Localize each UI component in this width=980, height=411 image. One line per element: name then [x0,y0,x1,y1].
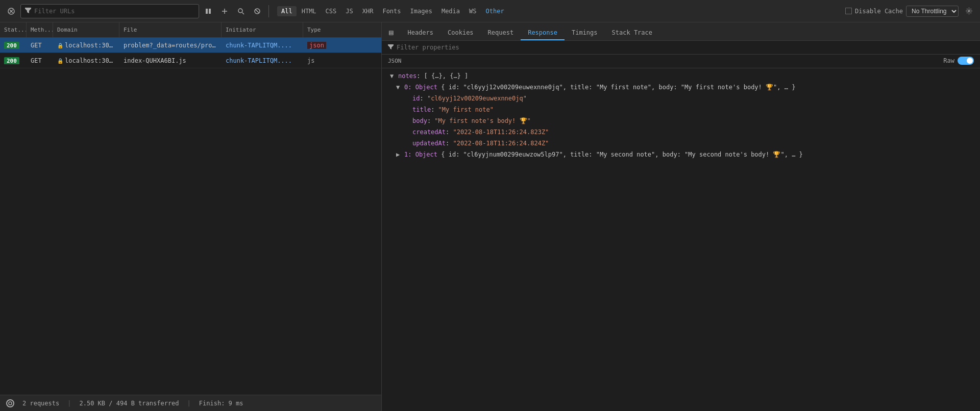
table-header: Stat... Meth... Domain File Initiator Ty… [0,22,381,38]
finish-time: Finish: 9 ms [199,400,243,407]
filter-urls-container [20,4,199,18]
table-row[interactable]: 200 GET 🔒localhost:3000 index-QUHXA6BI.j… [0,53,381,68]
filter-tab-fonts[interactable]: Fonts [378,6,405,16]
cell-status: 200 [0,57,27,64]
tab-timings[interactable]: Timings [565,26,605,40]
filter-tab-other[interactable]: Other [481,6,508,16]
filter-urls-input[interactable] [34,8,194,15]
col-header-file[interactable]: File [119,22,222,37]
col-header-type[interactable]: Type [303,22,339,37]
filter-properties-icon [388,44,394,51]
filter-type-tabs: All HTML CSS JS XHR Fonts Images Media W… [277,6,508,16]
clear-button[interactable] [4,4,18,18]
col-header-initiator[interactable]: Initiator [222,22,303,37]
raw-label: Raw [943,57,954,64]
json-field-createdat: createdAt : "2022-08-18T11:26:24.823Z" [388,126,974,138]
cell-file: problem?_data=routes/probler [119,42,222,49]
json-response-viewer: ▼ notes : [ {…}, {…} ] ▼ 0: Object { id:… [382,68,980,162]
json-field-id: id : "cl6yyj12v00209euwexnne0jq" [388,93,974,104]
filter-properties-input[interactable] [397,44,475,51]
svg-line-10 [255,9,259,13]
col-header-status[interactable]: Stat... [0,22,27,37]
loading-dot [6,399,14,407]
add-filter-button[interactable] [217,4,232,18]
svg-rect-3 [206,9,208,14]
cell-initiator: chunk-TAPLITQM.... [222,57,303,64]
filter-icon [25,7,31,15]
toggle-knob [967,58,973,64]
filter-tab-js[interactable]: JS [341,6,357,16]
json-item1-line: ▶ 1: Object { id: "cl6yyjnum00299euwzow5… [388,149,974,160]
cell-status: 200 [0,42,27,49]
filter-tab-ws[interactable]: WS [465,6,480,16]
transfer-size: 2.50 KB / 494 B transferred [79,400,179,407]
filter-tab-all[interactable]: All [277,6,297,16]
main-area: Stat... Meth... Domain File Initiator Ty… [0,22,980,411]
raw-switch[interactable] [958,57,974,65]
filter-tab-css[interactable]: CSS [322,6,341,16]
network-requests-panel: Stat... Meth... Domain File Initiator Ty… [0,22,382,411]
block-button[interactable] [250,4,264,18]
tab-icon[interactable]: ▤ [382,25,400,40]
disable-cache-toggle[interactable]: Disable Cache [845,8,903,15]
json-field-updatedat: updatedAt : "2022-08-18T11:26:24.824Z" [388,138,974,149]
response-panel: ▤ Headers Cookies Request Response Timin… [382,22,980,411]
table-row[interactable]: 200 GET 🔒localhost:3000 problem?_data=ro… [0,38,381,53]
cell-type: js [303,57,339,64]
tab-headers[interactable]: Headers [400,26,440,40]
filter-tab-images[interactable]: Images [406,6,436,16]
cell-domain: 🔒localhost:3000 [53,57,119,64]
pause-recording-button[interactable] [201,4,215,18]
json-type-text: JSON [388,58,402,64]
lock-icon: 🔒 [57,43,63,48]
throttling-select[interactable]: No Throttling [906,6,959,17]
search-button[interactable] [234,4,248,18]
right-panel-content: JSON Raw ▼ notes : [ {…}, {…} ] [382,41,980,411]
col-header-domain[interactable]: Domain [53,22,119,37]
disable-cache-checkbox[interactable] [845,8,852,14]
requests-count: 2 requests [22,400,59,407]
filter-tab-media[interactable]: Media [437,6,464,16]
json-field-body: body : "My first note's body! 🏆" [388,115,974,126]
cell-method: GET [27,42,53,49]
filter-tab-html[interactable]: HTML [298,6,321,16]
network-toolbar: All HTML CSS JS XHR Fonts Images Media W… [0,0,980,22]
toolbar-right: Disable Cache No Throttling [845,4,976,18]
json-item0-line: ▼ 0: Object { id: "cl6yyj12v00209euwexnn… [388,82,974,93]
json-root-line: ▼ notes : [ {…}, {…} ] [388,70,974,82]
status-separator-2: | [187,400,191,407]
json-collapse-root[interactable]: ▼ [390,70,396,82]
cell-type: json [303,42,339,49]
status-separator-1: | [67,400,71,407]
settings-button[interactable] [962,4,976,18]
svg-point-7 [238,9,242,13]
filter-tab-xhr[interactable]: XHR [358,6,378,16]
lock-icon: 🔒 [57,58,63,64]
svg-point-12 [9,402,12,405]
cell-domain: 🔒localhost:3000 [53,42,119,49]
json-collapse-item0[interactable]: ▼ [396,82,402,93]
cell-initiator: chunk-TAPLITQM.... [222,42,303,49]
json-field-title: title : "My first note" [388,104,974,115]
status-badge: 200 [4,42,19,49]
raw-toggle[interactable]: Raw [943,57,974,65]
toolbar-divider-1 [268,5,269,17]
col-header-method[interactable]: Meth... [27,22,53,37]
table-body: 200 GET 🔒localhost:3000 problem?_data=ro… [0,38,381,395]
json-type-bar: JSON Raw [382,55,980,68]
status-badge: 200 [4,57,19,64]
svg-rect-4 [209,9,211,14]
tab-request[interactable]: Request [481,26,521,40]
svg-point-11 [968,10,970,12]
tab-response[interactable]: Response [521,26,565,40]
tab-stack-trace[interactable]: Stack Trace [605,26,659,40]
json-item1-label: 1: Object [404,149,437,160]
json-expand-item1[interactable]: ▶ [396,149,402,160]
tab-cookies[interactable]: Cookies [440,26,481,40]
json-root-key: notes [398,70,416,82]
disable-cache-label: Disable Cache [855,8,903,15]
filter-properties-bar [382,41,980,55]
svg-line-8 [242,12,244,14]
status-loading-icon [6,399,14,407]
json-item0-label: 0: Object [404,82,437,93]
